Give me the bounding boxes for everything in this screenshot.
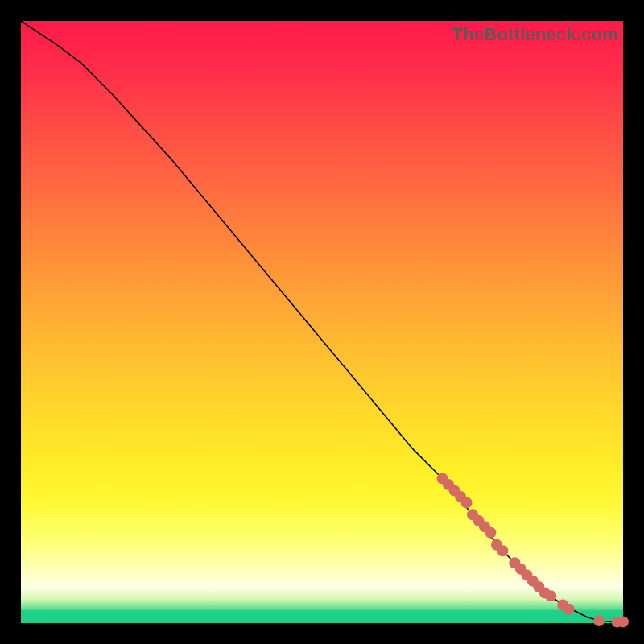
curve-line <box>21 21 623 622</box>
chart-frame: TheBottleneck.com <box>0 0 644 644</box>
highlight-dot <box>461 497 473 508</box>
highlight-dot <box>617 617 629 628</box>
highlight-dot <box>497 545 508 556</box>
chart-svg <box>21 21 623 623</box>
highlight-dots <box>437 473 629 627</box>
highlight-dot <box>545 590 556 601</box>
plot-area: TheBottleneck.com <box>21 21 623 623</box>
highlight-dot <box>593 615 605 626</box>
highlight-dot <box>564 604 575 615</box>
highlight-dot <box>485 527 496 539</box>
